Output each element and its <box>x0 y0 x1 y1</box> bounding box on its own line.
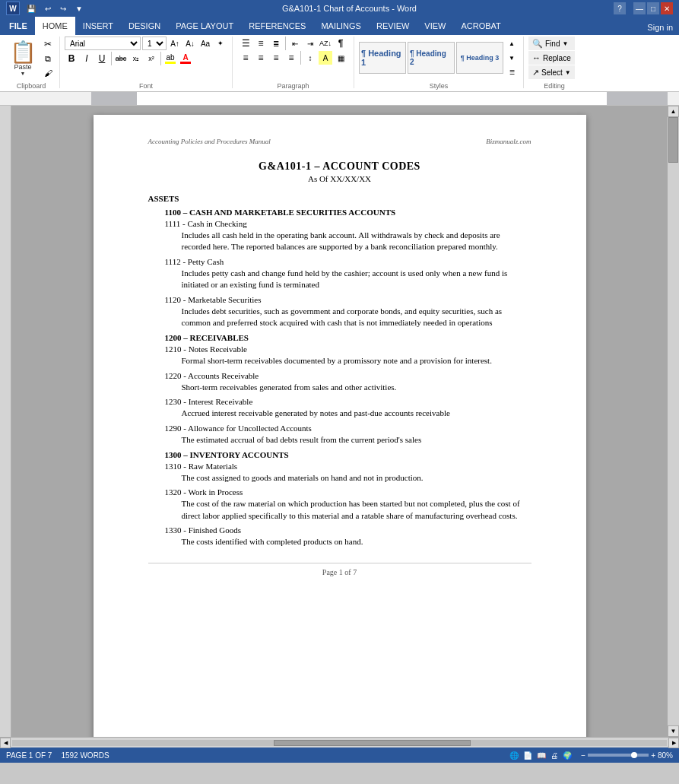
select-icon: ↗ <box>532 68 539 78</box>
increase-indent-btn[interactable]: ⇥ <box>303 37 317 50</box>
header-right: Bizmanualz.com <box>486 138 531 145</box>
decrease-indent-btn[interactable]: ⇤ <box>288 37 302 50</box>
page-wrapper[interactable]: Accounting Policies and Procedures Manua… <box>11 106 668 737</box>
replace-label: Replace <box>543 54 571 62</box>
sub-1290: 1290 - Allowance for Uncollected Account… <box>148 424 531 433</box>
select-button[interactable]: ↗ Select ▼ <box>528 65 575 79</box>
tab-view[interactable]: VIEW <box>417 17 453 35</box>
underline-btn[interactable]: U <box>95 52 109 65</box>
tab-mailings[interactable]: MAILINGS <box>313 17 369 35</box>
qat-save[interactable]: 💾 <box>24 4 38 14</box>
text-highlight-btn[interactable]: ab <box>163 52 177 65</box>
styles-more[interactable]: ☰ <box>505 65 519 79</box>
justify-btn[interactable]: ≡ <box>284 51 298 65</box>
line-spacing-btn[interactable]: ↕ <box>303 51 317 65</box>
borders-btn[interactable]: ▦ <box>334 51 347 65</box>
qat-undo[interactable]: ↩ <box>43 4 53 14</box>
desc-1112: Includes petty cash and change fund held… <box>148 268 531 291</box>
tab-home[interactable]: HOME <box>35 17 75 35</box>
sub-1120: 1120 - Marketable Securities <box>148 295 531 304</box>
separator2 <box>160 52 161 65</box>
sub-1230: 1230 - Interest Receivable <box>148 397 531 406</box>
language-btn[interactable]: 🌐 <box>509 751 519 760</box>
grow-font-btn[interactable]: A↑ <box>168 37 182 50</box>
style-heading2[interactable]: ¶ Heading 2 <box>408 42 455 74</box>
tab-acrobat[interactable]: ACROBAT <box>453 17 508 35</box>
tab-review[interactable]: REVIEW <box>369 17 417 35</box>
print-view-btn[interactable]: 🖨 <box>550 751 558 760</box>
zoom-in-btn[interactable]: + <box>651 751 655 760</box>
sort-btn[interactable]: AZ↓ <box>319 37 332 50</box>
cut-button[interactable]: ✂ <box>41 37 55 51</box>
right-scrollbar[interactable]: ▲ ▼ <box>668 106 679 737</box>
zoom-slider[interactable] <box>588 754 649 757</box>
hscroll-thumb[interactable] <box>274 740 470 746</box>
shrink-font-btn[interactable]: A↓ <box>183 37 197 50</box>
desc-1320: The cost of the raw material on which pr… <box>148 498 531 522</box>
tab-file[interactable]: FILE <box>2 17 35 35</box>
select-label: Select <box>541 68 563 77</box>
styles-scroll-down[interactable]: ▼ <box>505 51 519 65</box>
scroll-up-btn[interactable]: ▲ <box>668 106 679 117</box>
ruler-white <box>137 92 622 105</box>
clear-format-btn[interactable]: ✦ <box>214 37 227 50</box>
find-icon: 🔍 <box>532 39 543 49</box>
scroll-down-btn[interactable]: ▼ <box>668 725 679 737</box>
copy-button[interactable]: ⧉ <box>41 52 55 65</box>
tab-pagelayout[interactable]: PAGE LAYOUT <box>168 17 241 35</box>
select-dropdown[interactable]: ▼ <box>565 69 571 76</box>
maximize-btn[interactable]: □ <box>647 2 659 14</box>
layout-btn[interactable]: 📄 <box>523 751 532 760</box>
zoom-out-btn[interactable]: − <box>581 751 585 760</box>
strikethrough-btn[interactable]: abc <box>114 52 128 65</box>
subscript-btn[interactable]: x₂ <box>129 52 143 65</box>
hscroll-right-btn[interactable]: ▶ <box>668 738 679 748</box>
clipboard-sub: ✂ ⧉ 🖌 <box>41 37 55 80</box>
window-title: G&A101-1 Chart of Accounts - Word <box>282 4 417 13</box>
find-dropdown[interactable]: ▼ <box>562 40 568 47</box>
find-button[interactable]: 🔍 Find ▼ <box>528 37 575 50</box>
sep <box>285 37 286 50</box>
multilevel-btn[interactable]: ≣ <box>269 37 283 50</box>
paste-dropdown[interactable]: ▼ <box>21 71 26 76</box>
style-heading1[interactable]: ¶ Heading 1 <box>359 42 406 74</box>
font-color-btn[interactable]: A <box>179 52 192 65</box>
format-painter-button[interactable]: 🖌 <box>41 66 55 80</box>
numbering-btn[interactable]: ≡ <box>254 37 268 50</box>
para-row2: ≡ ≡ ≡ ≡ ↕ A ▦ <box>239 51 347 65</box>
zoom-thumb <box>631 752 637 758</box>
editing-content: 🔍 Find ▼ ↔ Replace ↗ Select ▼ <box>528 37 580 88</box>
ruler-bar <box>91 92 668 105</box>
align-center-btn[interactable]: ≡ <box>254 51 268 65</box>
bold-btn[interactable]: B <box>65 52 78 65</box>
qat-redo[interactable]: ↪ <box>58 4 68 14</box>
change-case-btn[interactable]: Aa <box>198 37 212 50</box>
restore-btn[interactable]: — <box>633 2 646 14</box>
paste-button[interactable]: 📋 Paste ▼ <box>8 40 38 77</box>
close-btn[interactable]: ✕ <box>661 2 673 14</box>
replace-button[interactable]: ↔ Replace <box>528 51 575 65</box>
show-para-btn[interactable]: ¶ <box>334 37 347 50</box>
tab-design[interactable]: DESIGN <box>121 17 168 35</box>
align-left-btn[interactable]: ≡ <box>239 51 252 65</box>
superscript-btn[interactable]: x² <box>144 52 158 65</box>
shading-btn[interactable]: A <box>319 51 332 65</box>
help-btn[interactable]: ? <box>614 2 626 14</box>
qat-customize[interactable]: ▼ <box>73 4 85 14</box>
read-view-btn[interactable]: 📖 <box>537 751 546 760</box>
italic-btn[interactable]: I <box>80 52 94 65</box>
font-size-select[interactable]: 12 <box>142 37 167 50</box>
zoom-level: 80% <box>658 751 673 760</box>
bullets-btn[interactable]: ☰ <box>239 37 252 50</box>
scroll-thumb[interactable] <box>668 117 678 163</box>
style-heading3[interactable]: ¶ Heading 3 <box>456 42 503 74</box>
tab-insert[interactable]: INSERT <box>75 17 121 35</box>
editing-label: Editing <box>524 82 585 90</box>
align-right-btn[interactable]: ≡ <box>269 51 283 65</box>
signin-link[interactable]: Sign in <box>641 20 679 35</box>
font-family-select[interactable]: Arial <box>65 37 141 50</box>
web-view-btn[interactable]: 🌍 <box>563 751 572 760</box>
tab-references[interactable]: REFERENCES <box>241 17 313 35</box>
hscroll-left-btn[interactable]: ◀ <box>0 738 11 748</box>
styles-scroll-up[interactable]: ▲ <box>505 37 519 50</box>
